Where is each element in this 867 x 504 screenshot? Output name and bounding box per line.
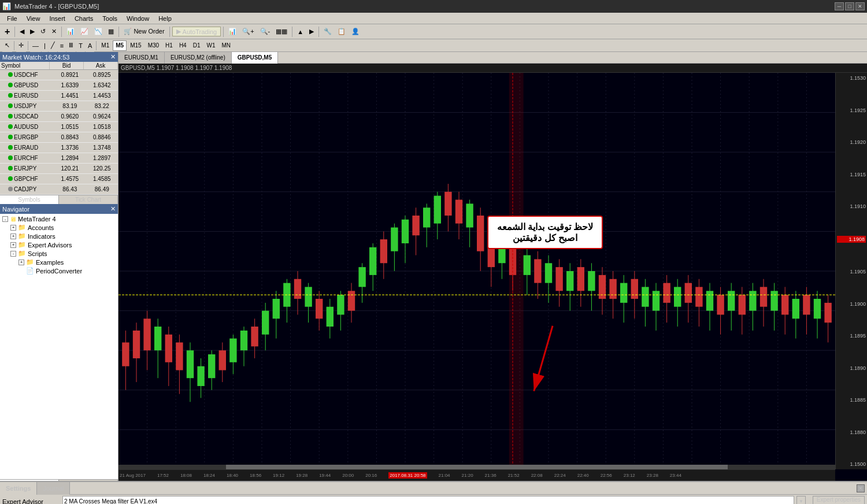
toolbar-new[interactable]: + (2, 25, 12, 38)
chart-tab-eurusd-m1[interactable]: EURUSD,M1 (118, 52, 165, 64)
svg-rect-155 (760, 287, 767, 306)
toolbar-btn-1[interactable]: 📊 (64, 25, 77, 38)
time-1808: 18:08 (180, 473, 192, 478)
expert-properties-button[interactable]: Expert properties (813, 496, 865, 505)
menu-file[interactable]: File (2, 14, 22, 23)
toolbar-indicator-btn[interactable]: 🔧 (321, 25, 334, 38)
time-1752: 17:52 (157, 473, 169, 478)
tab-settings[interactable]: Settings (0, 482, 37, 495)
period-m30[interactable]: M30 (145, 40, 162, 51)
ea-dropdown-arrow[interactable]: ▼ (796, 496, 806, 505)
nav-root-expand[interactable]: - (2, 216, 8, 222)
period-h4[interactable]: H4 (176, 40, 190, 51)
menu-window[interactable]: Window (122, 14, 154, 23)
tab-tick-chart[interactable]: Tick Chart (59, 195, 118, 204)
chart-tab-eurusd-m2[interactable]: EURUSD,M2 (offline) (165, 52, 232, 64)
hline-tool[interactable]: ― (30, 39, 41, 52)
nav-accounts-expand[interactable]: + (10, 225, 16, 231)
toolbar-btn-2[interactable]: 📈 (78, 25, 91, 38)
svg-rect-125 (599, 275, 606, 299)
tab-favorites[interactable]: Favorites (59, 480, 118, 481)
period-h1[interactable]: H1 (162, 40, 176, 51)
navigator-close[interactable]: ✕ (110, 205, 116, 213)
mw-ask-eurusd: 1.4453 (86, 92, 118, 99)
menu-view[interactable]: View (22, 14, 45, 23)
menu-tools[interactable]: Tools (98, 14, 122, 23)
period-m15[interactable]: M15 (127, 40, 144, 51)
mw-row-usdcad[interactable]: USDCAD 0.9620 0.9624 (0, 112, 118, 122)
tab-symbols[interactable]: Symbols (0, 195, 59, 204)
period-w1[interactable]: W1 (203, 40, 218, 51)
menu-help[interactable]: Help (154, 14, 176, 23)
time-2240: 22:40 (577, 473, 589, 478)
mw-ask-eurgbp: 0.8846 (86, 134, 118, 140)
nav-examples-expand[interactable]: + (18, 260, 24, 265)
market-watch-close[interactable]: ✕ (110, 53, 116, 61)
maximize-button[interactable]: □ (845, 2, 854, 10)
toolbar-chart-btn-1[interactable]: 📊 (226, 25, 239, 38)
toolbar-back[interactable]: ◀ (17, 25, 27, 38)
nav-period-converter[interactable]: 📄 PeriodConverter (17, 266, 117, 275)
mw-row-cadjpy[interactable]: CADJPY 86.43 86.49 (0, 184, 118, 195)
mw-row-eurusd[interactable]: EURUSD 1.4451 1.4453 (0, 91, 118, 101)
toolbar-chart-btn-3[interactable]: 🔍- (258, 25, 273, 38)
mw-row-gbpchf[interactable]: GBPCHF 1.4575 1.4585 (0, 174, 118, 184)
minimize-button[interactable]: ─ (835, 2, 844, 10)
toolbar-trade-btn-1[interactable]: ▲ (295, 25, 306, 38)
nav-indicators-expand[interactable]: + (10, 234, 16, 239)
menu-charts[interactable]: Charts (70, 14, 98, 23)
menu-insert[interactable]: Insert (45, 14, 70, 23)
chart-main[interactable]: 1.1530 1.1925 1.1920 1.1915 1.1910 1.190… (118, 73, 867, 481)
toolbar-btn-3[interactable]: 📉 (92, 25, 105, 38)
tab-common[interactable]: Common (0, 480, 59, 481)
mw-row-audusd[interactable]: AUDUSD 1.0515 1.0518 (0, 122, 118, 132)
horizontal-scrollbar[interactable] (118, 465, 835, 469)
autotrading-button[interactable]: ▶ AutoTrading (172, 27, 221, 36)
crosshair-tool[interactable]: ✛ (16, 39, 26, 52)
tab-journal[interactable]: Journal (37, 482, 70, 495)
chart-tab-gbpusd-m5[interactable]: GBPUSD,M5 (232, 52, 278, 64)
nav-accounts[interactable]: + 📁 Accounts (9, 223, 117, 232)
nav-scripts-expand[interactable]: - (10, 251, 16, 257)
trendline-tool[interactable]: ╱ (49, 39, 57, 52)
mw-row-eurchf[interactable]: EURCHF 1.2894 1.2897 (0, 153, 118, 164)
toolbar-profiles-btn[interactable]: 👤 (349, 25, 362, 38)
new-order-button[interactable]: 🛒 New Order (121, 25, 166, 38)
nav-expert-advisors[interactable]: + 📁 Expert Advisors (9, 240, 117, 249)
mw-row-usdjpy[interactable]: USDJPY 83.19 83.22 (0, 101, 118, 112)
toolbar-template-btn[interactable]: 📋 (335, 25, 348, 38)
bottom-panel-close[interactable]: ✕ (857, 484, 865, 492)
mw-row-euraud[interactable]: EURAUD 1.3736 1.3748 (0, 143, 118, 153)
toolbar-chart-btn-4[interactable]: ▦▦ (273, 25, 290, 38)
toolbar-refresh[interactable]: ↺ (38, 25, 48, 38)
ea-select-row: Expert Advisor ▼ Expert properties (0, 495, 867, 504)
nav-scripts[interactable]: - 📁 Scripts (9, 249, 117, 258)
channel-tool[interactable]: ≡ (58, 39, 66, 52)
fibo-tool[interactable]: Ⅲ (66, 39, 76, 52)
period-d1[interactable]: D1 (190, 40, 203, 51)
nav-examples[interactable]: + 📁 Examples (17, 258, 117, 266)
close-button[interactable]: ✕ (855, 2, 865, 10)
cursor-tool[interactable]: ↖ (2, 39, 12, 52)
period-m5[interactable]: M5 (113, 40, 127, 51)
period-m1[interactable]: M1 (98, 40, 112, 51)
nav-ea-expand[interactable]: + (10, 242, 16, 248)
mw-row-eurjpy[interactable]: EURJPY 120.21 120.25 (0, 164, 118, 174)
text-tool[interactable]: T (76, 39, 85, 52)
label-tool[interactable]: A (86, 39, 94, 52)
mw-row-gbpusd[interactable]: GBPUSD 1.6339 1.6342 (0, 80, 118, 91)
mw-row-usdchf[interactable]: USDCHF 0.8921 0.8925 (0, 70, 118, 80)
vline-tool[interactable]: | (42, 39, 48, 52)
ea-select-input[interactable] (62, 496, 794, 505)
toolbar-trade-btn-2[interactable]: ▶ (307, 25, 316, 38)
nav-root[interactable]: - 🖥 MetaTrader 4 (1, 215, 117, 223)
toolbar-stop[interactable]: ✕ (49, 25, 59, 38)
scrollbar-thumb[interactable] (226, 465, 728, 469)
toolbar-chart-btn-2[interactable]: 🔍+ (240, 25, 256, 38)
toolbar-btn-4[interactable]: ▦ (106, 25, 116, 38)
mw-row-eurgbp[interactable]: EURGBP 0.8843 0.8846 (0, 132, 118, 143)
nav-indicators[interactable]: + 📁 Indicators (9, 232, 117, 240)
toolbar-forward[interactable]: ▶ (28, 25, 37, 38)
period-mn[interactable]: MN (218, 40, 234, 51)
svg-rect-95 (444, 192, 451, 216)
